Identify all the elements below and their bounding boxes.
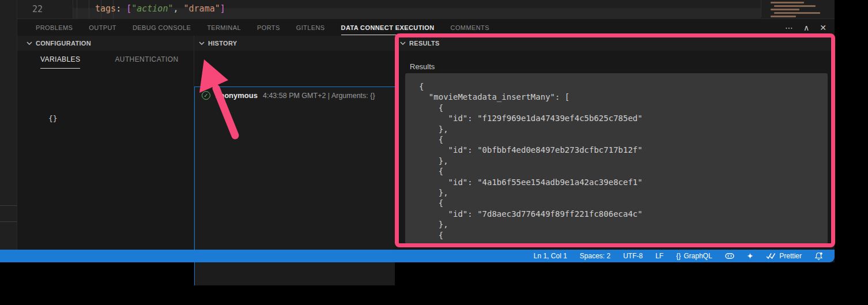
indent-guide bbox=[89, 0, 89, 19]
screenshot-canvas: 22 tags: ["action", "drama"] PROBLEMS OU… bbox=[0, 0, 868, 305]
history-item[interactable]: ✓ anonymous 4:43:58 PM GMT+2 | Arguments… bbox=[195, 87, 395, 100]
chevron-down-icon bbox=[400, 40, 406, 46]
minimap-mark bbox=[771, 2, 804, 3]
tab-gitlens[interactable]: GITLENS bbox=[296, 24, 325, 31]
tab-variables[interactable]: VARIABLES bbox=[40, 55, 80, 69]
history-title: HISTORY bbox=[208, 40, 237, 47]
tab-data-connect-execution[interactable]: DATA CONNECT EXECUTION bbox=[341, 24, 435, 31]
minimap[interactable] bbox=[764, 0, 830, 17]
prettier-status[interactable]: Prettier bbox=[766, 252, 802, 260]
left-edge-rail bbox=[0, 0, 17, 250]
prettier-label: Prettier bbox=[779, 252, 802, 260]
tab-terminal[interactable]: TERMINAL bbox=[207, 24, 241, 31]
panel-actions: ⋯ ∧ ✕ bbox=[785, 20, 827, 36]
history-section-header[interactable]: HISTORY bbox=[194, 36, 395, 51]
configuration-section-header[interactable]: CONFIGURATION bbox=[0, 36, 194, 51]
chevron-down-icon bbox=[199, 40, 205, 46]
vscode-window: 22 tags: ["action", "drama"] PROBLEMS OU… bbox=[0, 0, 835, 262]
code-token: "action" bbox=[131, 3, 173, 14]
language-label: GraphQL bbox=[684, 252, 712, 260]
indentation-setting[interactable]: Spaces: 2 bbox=[580, 252, 610, 260]
code-token: "drama" bbox=[184, 3, 220, 14]
rail-divider bbox=[0, 221, 17, 222]
notifications-bell-icon[interactable] bbox=[814, 252, 823, 261]
minimap-mark bbox=[774, 5, 816, 7]
close-panel-icon[interactable]: ✕ bbox=[820, 23, 827, 32]
tab-debug-console[interactable]: DEBUG CONSOLE bbox=[133, 24, 191, 31]
history-item-meta: 4:43:58 PM GMT+2 | Arguments: {} bbox=[263, 92, 375, 100]
results-title: RESULTS bbox=[409, 40, 440, 47]
code-line-22[interactable]: tags: ["action", "drama"] bbox=[95, 3, 225, 14]
code-token: [ bbox=[126, 3, 131, 14]
code-token: tags bbox=[95, 3, 116, 14]
chevron-down-icon bbox=[27, 40, 32, 46]
encoding-setting[interactable]: UTF-8 bbox=[623, 252, 643, 260]
code-token: , bbox=[173, 3, 183, 14]
results-label: Results bbox=[410, 62, 435, 71]
history-item-name: anonymous bbox=[216, 91, 258, 100]
maximize-panel-icon[interactable]: ∧ bbox=[803, 23, 809, 32]
tab-problems[interactable]: PROBLEMS bbox=[36, 24, 73, 31]
editor-area[interactable]: 22 tags: ["action", "drama"] bbox=[0, 0, 835, 19]
minimap-border bbox=[761, 0, 761, 17]
results-json: { "movieMetadata_insertMany": [ { "id": … bbox=[419, 81, 828, 240]
minimap-mark bbox=[771, 16, 796, 17]
tab-ports[interactable]: PORTS bbox=[257, 24, 280, 31]
sparkle-icon[interactable]: ✦ bbox=[747, 251, 754, 261]
cursor-position[interactable]: Ln 1, Col 1 bbox=[534, 252, 567, 260]
language-mode[interactable]: {} GraphQL bbox=[676, 252, 712, 260]
tab-output[interactable]: OUTPUT bbox=[89, 24, 116, 31]
configuration-tabs: VARIABLES AUTHENTICATION bbox=[40, 55, 178, 69]
status-bar: Ln 1, Col 1 Spaces: 2 UTF-8 LF {} GraphQ… bbox=[0, 250, 835, 262]
minimap-mark bbox=[774, 12, 820, 14]
configuration-title: CONFIGURATION bbox=[36, 40, 91, 47]
panel-tab-bar: PROBLEMS OUTPUT DEBUG CONSOLE TERMINAL P… bbox=[0, 20, 835, 36]
copilot-icon[interactable] bbox=[725, 252, 734, 260]
braces-icon: {} bbox=[676, 252, 681, 260]
code-token: : bbox=[116, 3, 126, 14]
double-check-icon bbox=[766, 253, 776, 259]
results-section-header[interactable]: RESULTS bbox=[395, 36, 835, 51]
eol-setting[interactable]: LF bbox=[655, 252, 663, 260]
indent-guide bbox=[77, 0, 77, 19]
variables-editor[interactable]: {} bbox=[48, 114, 58, 123]
more-actions-icon[interactable]: ⋯ bbox=[785, 23, 793, 32]
success-check-icon: ✓ bbox=[202, 91, 210, 100]
minimap-mark bbox=[771, 9, 799, 10]
line-number: 22 bbox=[22, 4, 43, 14]
rail-divider bbox=[0, 205, 17, 206]
tab-authentication[interactable]: AUTHENTICATION bbox=[115, 55, 178, 69]
code-token: ] bbox=[220, 3, 225, 14]
results-output-block[interactable]: { "movieMetadata_insertMany": [ { "id": … bbox=[405, 73, 828, 244]
tab-comments[interactable]: COMMENTS bbox=[451, 24, 489, 31]
